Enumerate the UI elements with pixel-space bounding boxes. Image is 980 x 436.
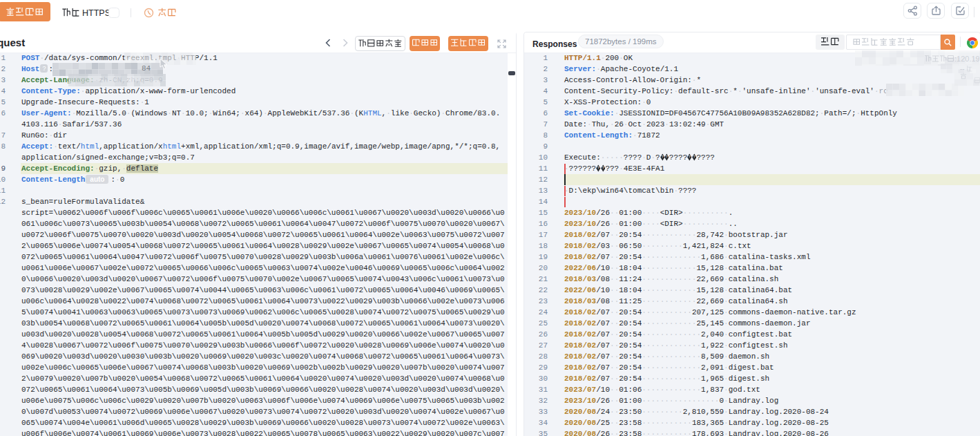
- svg-text:?: ?: [602, 166, 604, 170]
- svg-text:?: ?: [662, 155, 664, 159]
- svg-text:?: ?: [666, 155, 668, 159]
- svg-text:?: ?: [693, 155, 695, 159]
- svg-text:?: ?: [597, 166, 599, 170]
- svg-text:?: ?: [689, 155, 691, 159]
